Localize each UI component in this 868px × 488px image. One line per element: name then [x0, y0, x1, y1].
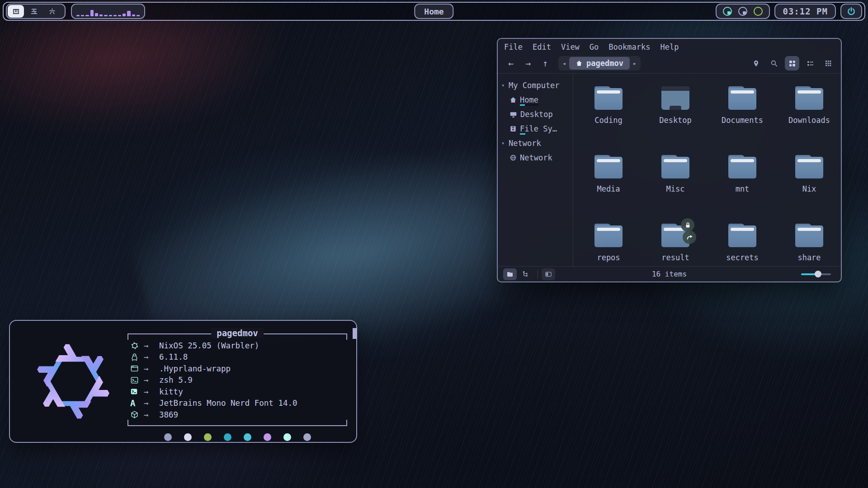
circle-quadrant-lavender-icon[interactable] — [738, 7, 747, 16]
file-label: Media — [597, 184, 620, 193]
workspace-inactive[interactable] — [26, 5, 42, 18]
power-button[interactable] — [840, 4, 862, 19]
sidebar-section-network[interactable]: ▾Network — [501, 136, 570, 150]
items-count: 16 items — [652, 270, 687, 278]
file-label: Documents — [722, 116, 763, 125]
desktop-icon — [661, 86, 689, 110]
clock-module[interactable]: 03:12 PM — [774, 4, 836, 19]
breadcrumb-prev-icon[interactable]: ◂ — [559, 60, 569, 67]
workspace-active[interactable] — [8, 5, 24, 18]
visualizer-bar — [137, 15, 140, 16]
workspace-inactive[interactable] — [44, 5, 60, 18]
fetch-value: 6.11.8 — [159, 352, 188, 361]
zoom-slider[interactable] — [801, 271, 831, 277]
menu-view[interactable]: View — [561, 42, 580, 52]
arrow-icon: → — [144, 410, 159, 419]
side-pane-toggle-icon[interactable] — [542, 268, 555, 280]
palette-dot — [244, 433, 251, 441]
visualizer-bar — [95, 13, 98, 16]
file-item-documents[interactable]: Documents — [709, 80, 776, 149]
visualizer-bars — [76, 6, 140, 16]
menu-help[interactable]: Help — [660, 42, 679, 52]
file-item-result[interactable]: result — [642, 217, 709, 266]
sidebar-item-network[interactable]: Network — [501, 150, 570, 165]
sidebar-section-my-computer[interactable]: ▾My Computer — [501, 78, 570, 93]
fetch-value: zsh 5.9 — [159, 375, 193, 385]
location-pin-icon[interactable] — [749, 56, 763, 70]
list-view-icon[interactable] — [803, 56, 817, 70]
back-button[interactable]: ← — [503, 56, 519, 70]
sidebar: ▾My Computer Home Desktop File Sy…▾Netwo… — [498, 74, 573, 266]
grid-view-icon[interactable] — [785, 56, 799, 70]
font-icon: A — [130, 398, 144, 408]
fetch-value: 3869 — [159, 410, 178, 419]
visualizer-bar — [123, 14, 126, 16]
sidebar-item-home[interactable]: Home — [501, 93, 570, 107]
folder-icon — [795, 224, 823, 247]
terminal-palette-dots — [127, 433, 347, 441]
visualizer-bar — [81, 15, 84, 16]
file-label: result — [661, 253, 689, 262]
visualizer-bar — [99, 14, 103, 16]
search-icon[interactable] — [767, 56, 781, 70]
menu-bookmarks[interactable]: Bookmarks — [609, 42, 650, 52]
home-icon — [509, 96, 517, 103]
workspaces-module[interactable] — [6, 4, 66, 19]
shortcut-emblem-icon — [683, 230, 696, 244]
menu-go[interactable]: Go — [590, 42, 599, 52]
breadcrumb-label: pagedmov — [586, 59, 623, 68]
circle-outline-green-icon[interactable] — [754, 7, 763, 16]
fetch-row: A → JetBrains Mono Nerd Font 14.0 — [130, 398, 344, 409]
breadcrumb-next-icon[interactable]: ▸ — [630, 60, 640, 67]
tree-pane-icon[interactable] — [519, 268, 532, 280]
status-tray-module[interactable] — [716, 4, 770, 19]
menu-edit[interactable]: Edit — [533, 42, 551, 52]
folder-icon — [661, 155, 689, 178]
visualizer-bar — [127, 11, 130, 16]
sidebar-item-filesy[interactable]: File Sy… — [501, 122, 570, 136]
statusbar-separator — [538, 270, 538, 279]
fetch-info-box: pagedmov → NixOS 25.05 (Warbler) → 6.11.… — [127, 333, 347, 426]
file-item-repos[interactable]: repos — [575, 217, 642, 266]
file-item-misc[interactable]: Misc — [642, 149, 709, 217]
file-item-nix[interactable]: Nix — [776, 149, 841, 217]
forward-button[interactable]: → — [520, 56, 536, 70]
arrow-icon: → — [144, 364, 159, 373]
file-label: repos — [597, 253, 620, 262]
fetch-row: → 3869 — [130, 409, 344, 421]
file-item-coding[interactable]: Coding — [575, 80, 642, 149]
file-manager-window: FileEditViewGoBookmarksHelp ← → ↑ ◂ page… — [497, 38, 842, 282]
folder-pane-icon[interactable] — [503, 268, 517, 280]
window-manager-icon — [130, 364, 144, 373]
menu-file[interactable]: File — [504, 42, 523, 52]
file-item-desktop[interactable]: Desktop — [642, 80, 709, 149]
desktop: Home 03:12 PM FileEditViewGoBookmarksHel… — [0, 0, 868, 488]
up-button[interactable]: ↑ — [538, 56, 553, 70]
folder-icon — [728, 86, 756, 110]
arrow-icon: → — [144, 341, 159, 350]
file-label: share — [797, 253, 821, 262]
file-item-share[interactable]: share — [776, 217, 841, 266]
folder-icon — [728, 155, 756, 178]
circle-quadrant-cyan-icon[interactable] — [723, 7, 732, 16]
breadcrumb-segment-home[interactable]: pagedmov — [569, 57, 630, 70]
visualizer-bar — [85, 15, 89, 16]
fetch-hostname: pagedmov — [211, 328, 264, 338]
nixos-icon — [130, 341, 144, 350]
file-grid: Coding Desktop Documents Downloads Media… — [573, 74, 841, 266]
palette-dot — [164, 433, 172, 441]
status-bar: 16 items — [498, 266, 841, 282]
file-item-mnt[interactable]: mnt — [709, 149, 776, 217]
file-item-secrets[interactable]: secrets — [709, 217, 776, 266]
file-item-media[interactable]: Media — [575, 149, 642, 217]
compact-view-icon[interactable] — [821, 56, 835, 70]
arrow-icon: → — [144, 375, 159, 385]
network-icon — [509, 154, 517, 161]
terminal-icon — [130, 388, 144, 395]
folder-icon — [594, 155, 623, 178]
zoom-slider-knob[interactable] — [815, 271, 821, 277]
file-item-downloads[interactable]: Downloads — [776, 80, 841, 149]
active-window-title[interactable]: Home — [414, 4, 453, 19]
palette-dot — [224, 433, 231, 441]
sidebar-item-desktop[interactable]: Desktop — [501, 107, 570, 122]
